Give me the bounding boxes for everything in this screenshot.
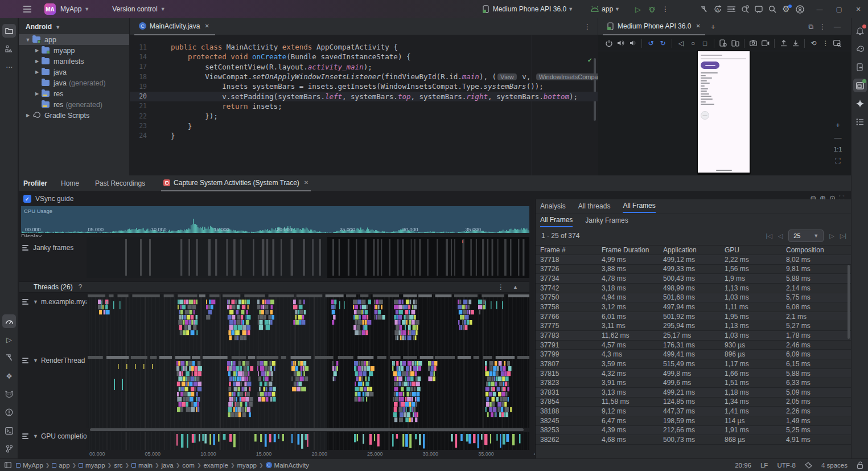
- device-more-icon[interactable]: ⋮: [820, 38, 832, 49]
- tree-chevron-icon[interactable]: ▶: [24, 113, 31, 118]
- tree-chevron-icon[interactable]: ▶: [34, 48, 40, 53]
- device-tab[interactable]: Medium Phone API 36.0 ✕: [603, 18, 705, 35]
- last-page-icon[interactable]: ▷|: [840, 232, 846, 240]
- back-icon[interactable]: ◁: [675, 38, 687, 49]
- column-header[interactable]: Application: [659, 246, 720, 254]
- column-header[interactable]: GPU: [720, 246, 781, 254]
- tree-chevron-icon[interactable]: ▼: [24, 37, 31, 43]
- more-run-options-icon[interactable]: ⋮: [659, 3, 672, 15]
- logcat-icon[interactable]: [2, 387, 16, 401]
- emulator-app-button[interactable]: [701, 62, 719, 69]
- upload-icon[interactable]: [778, 38, 789, 49]
- threads-options-icon[interactable]: ⋮: [497, 283, 504, 291]
- tab-system-trace[interactable]: Capture System Activities (System Trace)…: [161, 175, 311, 191]
- column-header[interactable]: Frame Duration: [597, 246, 659, 254]
- emulator-fab-button[interactable]: —: [701, 111, 709, 120]
- device-zoom-reset[interactable]: 1:1: [833, 144, 843, 154]
- table-row[interactable]: 377504,94 ms501,68 ms1,03 ms5,75 ms: [536, 293, 851, 303]
- main-menu-icon[interactable]: [20, 3, 34, 15]
- code-line-11[interactable]: 11public class MainActivity extends AppC…: [130, 42, 598, 52]
- editor-tab-mainactivity[interactable]: C MainActivity.java ✕: [134, 18, 215, 35]
- version-control-icon[interactable]: [2, 442, 16, 456]
- gradle-icon[interactable]: [853, 42, 867, 56]
- table-scrollbar[interactable]: [848, 265, 850, 339]
- tab-past-recordings[interactable]: Past Recordings: [95, 175, 145, 191]
- table-row[interactable]: 378233,91 ms499,6 ms1,51 ms6,33 ms: [536, 378, 851, 388]
- close-tab-icon[interactable]: ✕: [204, 23, 209, 29]
- table-row[interactable]: 377344,78 ms500,43 ms1,9 ms5,88 ms: [536, 274, 851, 284]
- close-device-tab-icon[interactable]: ✕: [696, 23, 700, 29]
- code-viewport[interactable]: ✔ 11public class MainActivity extends Ap…: [130, 35, 598, 175]
- thread-main-label[interactable]: ▼m.example.myapp: [22, 298, 97, 306]
- table-row[interactable]: 382456,47 ms198,59 ms114 µs1,49 ms: [536, 416, 851, 426]
- code-line-21[interactable]: 21 return insets;: [130, 101, 598, 111]
- device-zoom-out-icon[interactable]: —: [833, 132, 843, 142]
- indent-setting[interactable]: 4 spaces: [821, 462, 848, 469]
- panel-options-icon[interactable]: ⋮: [819, 23, 826, 31]
- frames-subtab-janky-frames[interactable]: Janky Frames: [585, 214, 628, 227]
- display-track[interactable]: Display: [21, 233, 529, 237]
- tree-item-res[interactable]: res(generated): [19, 99, 129, 110]
- table-row[interactable]: 377914,57 ms176,31 ms930 µs2,46 ms: [536, 341, 851, 350]
- problems-icon[interactable]: [2, 406, 16, 419]
- code-line-22[interactable]: 22 });: [130, 111, 598, 121]
- sync-project-icon[interactable]: A: [711, 3, 725, 15]
- notifications-bell-icon[interactable]: [853, 24, 867, 38]
- open-in-window-icon[interactable]: ⧉: [808, 23, 813, 31]
- home-icon[interactable]: ○: [687, 38, 699, 49]
- vsync-checkbox[interactable]: ✓: [23, 195, 31, 203]
- janky-frames-label[interactable]: Janky frames: [22, 244, 73, 252]
- tree-item-java[interactable]: java(generated): [19, 77, 129, 88]
- tree-chevron-icon[interactable]: ▶: [34, 59, 40, 64]
- hide-panel-icon[interactable]: —: [834, 23, 841, 31]
- table-row[interactable]: 377666,01 ms501,92 ms1,95 ms2,1 ms: [536, 312, 851, 322]
- table-row[interactable]: 381889,12 ms447,37 ms1,41 ms2,26 ms: [536, 407, 851, 416]
- profile-app-icon[interactable]: [738, 3, 752, 15]
- build-hammer-icon[interactable]: [697, 3, 711, 15]
- prev-page-icon[interactable]: ◁: [778, 232, 783, 240]
- project-view-selector[interactable]: Android ▼: [19, 18, 129, 34]
- thread-render-label[interactable]: ▼RenderThread: [22, 357, 85, 364]
- editor-options-icon[interactable]: ⋮: [584, 23, 591, 31]
- tree-item-manifests[interactable]: ▶manifests: [19, 56, 129, 67]
- search-everywhere-icon[interactable]: [766, 3, 779, 15]
- tree-chevron-icon[interactable]: ▶: [34, 91, 40, 96]
- column-header[interactable]: Frame #: [536, 246, 597, 254]
- threads-header[interactable]: Threads (26) ? ⋮ ▲: [19, 281, 529, 293]
- run-button[interactable]: ▷: [631, 3, 645, 15]
- code-line-24[interactable]: 24}: [130, 131, 598, 141]
- reset-icon[interactable]: ⟲: [808, 38, 820, 49]
- frames-table-header[interactable]: Frame #Frame DurationApplicationGPUCompo…: [536, 245, 851, 255]
- tree-chevron-icon[interactable]: ▶: [34, 69, 40, 75]
- account-avatar-icon[interactable]: [793, 3, 807, 15]
- device-fit-screen-icon[interactable]: ⛶: [833, 156, 843, 166]
- rotate-right-icon[interactable]: ↻: [657, 38, 669, 49]
- analysis-tab-all-threads[interactable]: All threads: [578, 199, 611, 213]
- table-row[interactable]: 378073,59 ms515,49 ms1,17 ms6,15 ms: [536, 359, 851, 369]
- power-icon[interactable]: [603, 38, 615, 49]
- screenshot-camera-icon[interactable]: [747, 38, 759, 49]
- cpu-usage-track[interactable]: CPU Usage 00.00005.00010.00015.00020.000…: [21, 206, 529, 233]
- breadcrumb-java[interactable]: java: [162, 462, 174, 469]
- table-row[interactable]: 3778311,62 ms25,17 ms1,03 ms1,78 ms: [536, 331, 851, 341]
- threads-collapse-icon[interactable]: ▲: [513, 284, 518, 290]
- analysis-tab-analysis[interactable]: Analysis: [540, 199, 566, 213]
- overview-icon[interactable]: □: [699, 38, 711, 49]
- build-variants-icon[interactable]: [725, 3, 738, 15]
- add-device-tab-icon[interactable]: +: [711, 22, 715, 31]
- app-quality-insights-icon[interactable]: ❖: [2, 369, 16, 383]
- emulator-screen[interactable]: —: [698, 51, 750, 173]
- pull-requests-icon[interactable]: [752, 3, 766, 15]
- tree-item-app[interactable]: ▼app: [19, 34, 129, 45]
- breadcrumb-myapp[interactable]: myapp: [237, 462, 257, 469]
- terminal-icon[interactable]: [2, 424, 16, 437]
- emulator-display[interactable]: —: [697, 50, 751, 175]
- project-tool-icon[interactable]: [2, 24, 16, 38]
- column-header[interactable]: Composition: [781, 246, 851, 254]
- code-line-20[interactable]: 20 v.setPadding(systemBars.left, systemB…: [130, 92, 598, 101]
- table-row[interactable]: 377994,3 ms499,41 ms896 µs6,09 ms: [536, 350, 851, 359]
- code-line-19[interactable]: 19 Insets systemBars = insets.getInsets(…: [130, 81, 598, 91]
- breadcrumb-main[interactable]: main: [131, 462, 153, 469]
- resource-manager-icon[interactable]: [2, 42, 16, 56]
- device-zoom-in-icon[interactable]: +: [833, 120, 843, 130]
